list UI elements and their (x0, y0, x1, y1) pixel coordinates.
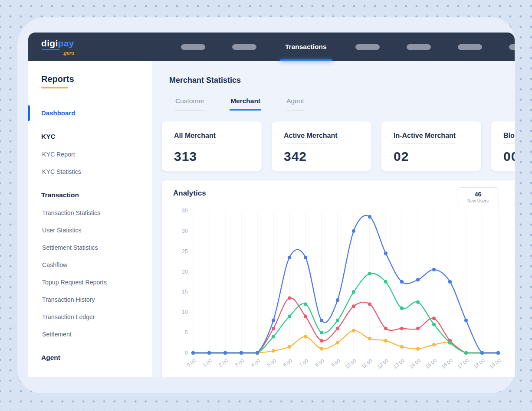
stat-value: 342 (284, 149, 359, 164)
sidebar-item-transaction-history[interactable]: Transaction History (42, 296, 152, 303)
svg-text:17:00: 17:00 (456, 358, 470, 369)
svg-text:11:00: 11:00 (361, 358, 373, 369)
svg-text:13:00: 13:00 (392, 358, 405, 369)
svg-text:10: 10 (182, 309, 188, 315)
svg-text:3:00: 3:00 (234, 358, 245, 368)
sidebar-item-transaction-ledger[interactable]: Transaction Ledger (42, 313, 152, 320)
logo-text-guru: .guru (41, 51, 74, 55)
stat-card-row: All Merchant 313 Active Merchant 342 In-… (161, 121, 515, 171)
svg-text:14:00: 14:00 (408, 358, 421, 369)
sidebar-item-topup-request-reports[interactable]: Topup Request Reports (42, 279, 152, 286)
sidebar-item-user-statistics[interactable]: User Statistics (42, 227, 152, 234)
sidebar-title-underline (41, 87, 68, 88)
svg-text:16:00: 16:00 (440, 358, 453, 369)
tab-merchant[interactable]: Merchant (230, 97, 261, 111)
svg-text:15: 15 (182, 289, 188, 295)
svg-text:2:00: 2:00 (218, 358, 229, 368)
sidebar-item-kyc-report[interactable]: KYC Report (42, 151, 152, 158)
svg-text:9:00: 9:00 (330, 358, 341, 368)
digipay-logo: digipay .guru (41, 39, 74, 55)
nav-item-placeholder[interactable] (458, 44, 482, 50)
app-frame: digipay .guru Transactions (17, 17, 515, 393)
new-users-label: New Users (457, 199, 499, 203)
svg-text:30: 30 (182, 228, 188, 234)
nav-item-placeholder[interactable] (509, 44, 515, 50)
sidebar-section-agent[interactable]: Agent (41, 354, 152, 362)
svg-text:25: 25 (182, 248, 188, 254)
stat-value: 00 (503, 149, 515, 164)
sidebar-item-dashboard[interactable]: Dashboard (28, 109, 152, 117)
stat-card-active-merchant: Active Merchant 342 (271, 121, 372, 171)
svg-text:18:00: 18:00 (473, 358, 486, 369)
svg-text:20: 20 (182, 269, 188, 275)
nav-item-placeholder[interactable] (181, 44, 205, 50)
logo-text-digi: digi (41, 38, 58, 48)
analytics-chart: 0:001:002:003:004:005:006:007:008:009:00… (173, 206, 509, 373)
page-title: Merchant Statistics (169, 76, 515, 85)
svg-text:35: 35 (182, 208, 188, 214)
analytics-title: Analytics (173, 189, 206, 201)
main-content: Merchant Statistics Customer Merchant Ag… (152, 61, 515, 377)
new-users-badge: 46 New Users (457, 187, 499, 207)
nav-item-placeholder[interactable] (407, 44, 431, 50)
tab-customer[interactable]: Customer (174, 97, 205, 111)
new-users-count: 46 (457, 191, 499, 198)
svg-text:19:00: 19:00 (489, 358, 502, 369)
sidebar-section-transaction[interactable]: Transaction (41, 191, 152, 199)
tab-agent[interactable]: Agent (286, 97, 305, 111)
sidebar-section-kyc[interactable]: KYC (41, 133, 152, 140)
nav-item-placeholder[interactable] (232, 44, 256, 50)
nav-active-underline (280, 59, 332, 61)
sidebar-item-transaction-statistics[interactable]: Transaction Statistics (42, 209, 152, 216)
logo-swoosh (41, 48, 60, 50)
statistics-tabs: Customer Merchant Agent (174, 97, 515, 111)
sidebar-item-settlement[interactable]: Settlement (42, 331, 152, 338)
svg-text:12:00: 12:00 (376, 358, 389, 369)
app-window: digipay .guru Transactions (28, 33, 515, 377)
svg-text:5: 5 (185, 329, 188, 336)
svg-text:7:00: 7:00 (298, 358, 309, 368)
logo-text-pay: pay (58, 38, 74, 48)
top-nav-menu: Transactions (181, 33, 515, 61)
nav-transactions-label: Transactions (285, 43, 327, 51)
stat-value: 313 (174, 149, 250, 164)
stat-label: Active Merchant (284, 132, 338, 144)
stat-label: In-Active Merchant (394, 132, 456, 144)
clipped-badge (514, 187, 515, 207)
svg-text:15:00: 15:00 (424, 358, 437, 369)
stat-value: 02 (394, 149, 469, 164)
stat-card-all-merchant: All Merchant 313 (161, 121, 262, 171)
sidebar-item-settlement-statistics[interactable]: Settlement Statistics (42, 244, 152, 251)
svg-text:10:00: 10:00 (344, 358, 357, 369)
stat-label: Blocked Merchant (503, 132, 515, 144)
svg-text:4:00: 4:00 (250, 358, 261, 368)
svg-text:6:00: 6:00 (282, 358, 293, 368)
sidebar-title: Reports (41, 74, 152, 84)
reports-sidebar: Reports Dashboard KYC KYC Report KYC Sta… (28, 61, 152, 377)
top-navbar: digipay .guru Transactions (28, 33, 515, 61)
svg-text:0:00: 0:00 (186, 358, 197, 368)
nav-item-transactions[interactable]: Transactions (283, 33, 328, 61)
svg-text:5:00: 5:00 (266, 358, 277, 368)
analytics-card: Analytics 46 New Users 0:001:002:003:004… (161, 180, 515, 377)
sidebar-item-kyc-statistics[interactable]: KYC Statistics (42, 168, 152, 175)
nav-item-placeholder[interactable] (355, 44, 380, 50)
stat-card-inactive-merchant: In-Active Merchant 02 (381, 121, 482, 171)
svg-text:0: 0 (185, 350, 188, 356)
svg-text:1:00: 1:00 (202, 358, 213, 368)
stat-label: All Merchant (174, 132, 216, 144)
sidebar-item-cashflow[interactable]: Cashflow (42, 261, 152, 268)
svg-text:8:00: 8:00 (314, 358, 325, 368)
stat-card-blocked-merchant: Blocked Merchant 00 (491, 121, 515, 171)
